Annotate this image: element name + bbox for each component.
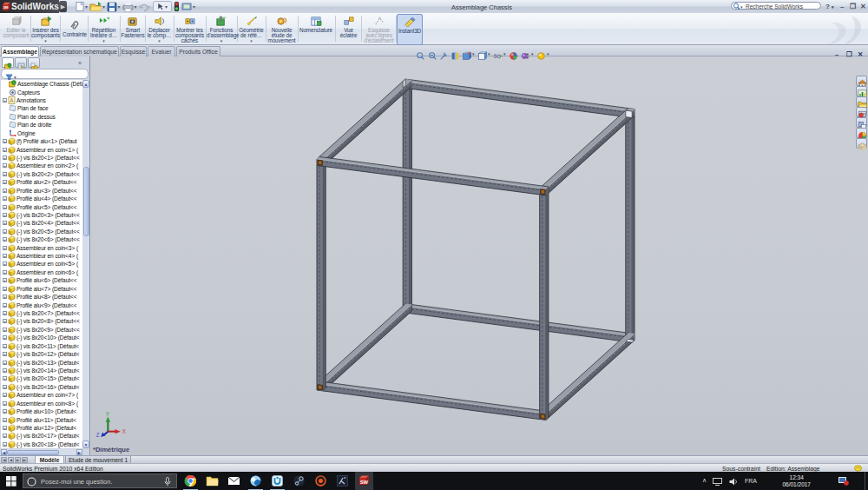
svg-text:▾: ▾	[85, 4, 88, 10]
svg-text:Y: Y	[106, 411, 110, 417]
svg-text:A: A	[10, 97, 14, 103]
svg-text:▾: ▾	[118, 4, 121, 10]
svg-text:6: 6	[494, 53, 497, 59]
svg-text:▾: ▾	[165, 4, 168, 10]
svg-text:▾: ▾	[148, 4, 150, 10]
svg-text:▾: ▾	[102, 4, 105, 10]
svg-text:▾: ▾	[740, 4, 743, 10]
svg-text:Z: Z	[96, 432, 100, 438]
svg-text:▾: ▾	[193, 4, 195, 10]
svg-text:X: X	[122, 428, 127, 434]
svg-text:SW: SW	[360, 480, 369, 485]
svg-text:3M: 3M	[3, 5, 9, 10]
svg-text:▾: ▾	[135, 4, 137, 10]
